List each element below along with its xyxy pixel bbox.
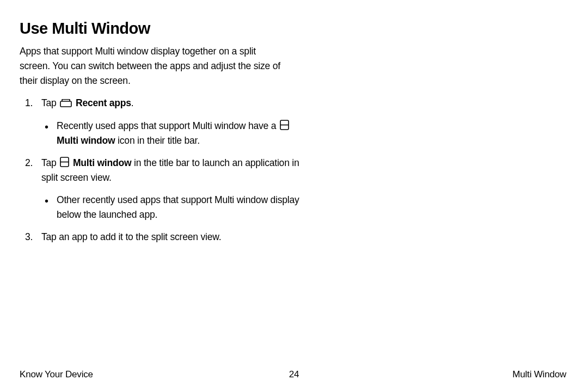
footer-right: Multi Window	[512, 369, 566, 380]
step-3: Tap an app to add it to the split screen…	[20, 230, 308, 244]
recent-apps-icon	[60, 99, 72, 107]
svg-rect-0	[60, 101, 71, 107]
step-1-bullet-post: icon in their title bar.	[118, 135, 200, 146]
page-title: Use Multi Window	[20, 20, 566, 38]
multi-window-icon	[60, 157, 69, 167]
step-1-bullet: Recently used apps that support Multi wi…	[41, 119, 308, 148]
footer-page-number: 24	[289, 369, 299, 380]
page-footer: Know Your Device 24 Multi Window	[0, 369, 588, 380]
step-2: Tap Multi window in the title bar to lau…	[20, 156, 308, 223]
step-1-bullet-label: Multi window	[57, 135, 115, 146]
intro-paragraph: Apps that support Multi window display t…	[20, 44, 286, 88]
footer-left: Know Your Device	[20, 369, 93, 380]
step-1: Tap Recent apps. Recently used apps that…	[20, 96, 308, 148]
step-1-label: Recent apps	[76, 97, 131, 108]
step-2-label: Multi window	[73, 157, 131, 168]
step-1-text-post: .	[131, 97, 134, 108]
step-2-text-pre: Tap	[41, 157, 57, 168]
step-1-bullet-pre: Recently used apps that support Multi wi…	[57, 120, 276, 131]
step-2-bullet: Other recently used apps that support Mu…	[41, 193, 308, 222]
steps-list: Tap Recent apps. Recently used apps that…	[20, 96, 308, 244]
multi-window-icon	[280, 120, 289, 130]
step-1-text-pre: Tap	[41, 97, 57, 108]
